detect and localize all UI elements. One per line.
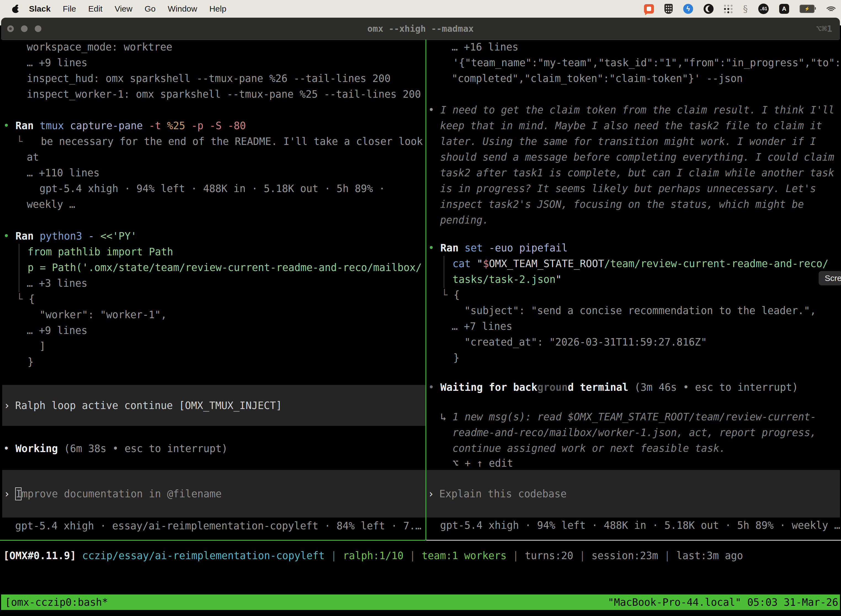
moon-circle-icon[interactable] [703,4,714,14]
left-input-placeholder: mprove documentation in @filename [22,488,221,500]
terminal-line: • I need to get the claim token from the… [428,102,834,118]
terminal-line: '{"team_name":"my-team","task_id":"1","f… [453,55,841,70]
tmux-host-clock: "MacBook-Pro-44.local" 05:03 31-Mar-26 [608,596,838,608]
terminal-line: tasks/task-2.json" [453,271,562,287]
blue-bolt-icon[interactable]: ϟ [683,4,693,14]
letter-a-icon[interactable]: A [779,4,789,14]
text-cursor: I [15,487,22,500]
tmux-session-label: [omx-cczip0:bash* [5,596,108,608]
menu-item-file[interactable]: File [63,4,76,13]
terminal-line: gpt-5.4 xhigh · 94% left · 488K in · 5.1… [440,518,840,533]
terminal-line: "completed","claim_token":"claim-token"}… [452,70,743,87]
terminal-line: gpt-5.4 xhigh · 94% left · 488K in · 5.1… [40,181,385,197]
window-title: omx --xhigh --madmax [1,18,840,40]
terminal-line: • Ran python3 - <<'PY' [3,228,136,244]
indent-guide [19,244,19,292]
dots-grid-icon[interactable] [724,5,733,13]
window-shortcut-badge: ⌥⌘1 [816,18,832,40]
terminal-line: } [453,350,459,366]
terminal-line: at [27,149,39,165]
squiggle-icon[interactable]: § [743,3,748,14]
window-titlebar[interactable]: omx --xhigh --madmax ⌥⌘1 [1,18,840,40]
terminal-line: later. Using the same for transition mig… [440,133,816,149]
terminal-line: gpt-5.4 xhigh · essay/ai-reimplementatio… [15,518,421,534]
menu-item-window[interactable]: Window [168,4,197,13]
terminal-line: … +16 lines [452,39,519,55]
terminal-line: "worker": "worker-1", [40,307,167,323]
terminal-line: cat "$OMX_TEAM_STATE_ROOT/team/review-cu… [453,256,828,271]
prompt-chevron: › [4,400,10,412]
terminal-line: … +110 lines [27,165,100,181]
right-input-placeholder: Explain this codebase [439,488,567,500]
terminal-line: … +7 lines [452,318,512,334]
terminal-line: … +9 lines [27,323,88,338]
indent-guide [444,256,444,288]
left-notice-band: › Ralph loop active continue [OMX_TMUX_I… [2,385,425,426]
terminal-line: └ be necessary for the end of the README… [16,133,423,149]
wifi-icon[interactable] [825,4,837,13]
tmux-status-bar: [omx-cczip0:bash* "MacBook-Pro-44.local"… [1,594,840,610]
chat-badge-icon[interactable] [644,4,654,13]
ralph-loop-status: Ralph loop active continue [OMX_TMUX_INJ… [15,400,282,412]
terminal-line: • Ran set -euo pipefail [428,240,568,256]
menu-item-help[interactable]: Help [210,4,227,13]
terminal-line: is in progress? It seems likely but perh… [440,181,816,197]
terminal-line: inspect task2's JSON, focusing on the st… [440,197,804,212]
terminal-line: • Ran tmux capture-pane -t %25 -p -S -80 [3,118,246,133]
terminal-line: continue assigned work or next feasible … [453,440,725,456]
left-prompt-input[interactable]: › I mprove documentation in @filename [2,470,425,518]
terminal-line: keep that in mind. Maybe I also need the… [440,118,822,133]
prompt-chevron: › [4,488,10,500]
left-pane-bottom-border [0,540,425,541]
screen-tooltip: Scre [819,271,841,285]
terminal-line: └ { [441,287,460,303]
terminal-line: from pathlib import Path [28,244,173,260]
terminal-line: workspace_mode: worktree [27,39,172,55]
terminal-line: inspect_worker-1: omx sparkshell --tmux-… [27,87,421,102]
terminal-line: … +3 lines [27,276,88,291]
terminal-line: task2 after task1 is complete, but can I… [440,165,834,181]
pane-divider[interactable] [425,40,426,540]
terminal-line: readme-and-reco/mailbox/worker-1.json, a… [453,425,816,440]
shield-keypad-icon[interactable] [664,4,673,14]
terminal-line: • Waiting for background terminal (3m 46… [428,380,798,395]
badge-61-icon[interactable]: ..61 [758,4,769,14]
menu-item-view[interactable]: View [114,4,132,13]
menubar: Slack File Edit View Go Window Help ϟ § … [0,0,841,18]
terminal-line: ] [40,338,45,354]
terminal-line: } [28,354,34,370]
terminal-line: [OMX#0.11.9] cczip/essay/ai-reimplementa… [3,548,743,563]
terminal-line: "subject": "send a concise recommendatio… [464,303,816,318]
terminal-line: should send a message before completing … [440,149,834,165]
prompt-chevron: › [428,488,434,500]
menu-item-edit[interactable]: Edit [88,4,103,13]
battery-charging-icon[interactable]: ⚡ [800,5,815,13]
terminal-line: inspect_hud: omx sparkshell --tmux-pane … [27,70,391,87]
terminal-line: … +9 lines [27,55,88,70]
terminal-line: weekly … [27,197,75,212]
menu-item-slack[interactable]: Slack [29,4,50,13]
right-prompt-input[interactable]: › Explain this codebase [426,470,840,518]
terminal-line: pending. [440,212,489,228]
terminal-line: "created_at": "2026-03-31T11:59:27.816Z" [464,334,707,350]
terminal-line: └ { [16,291,35,307]
right-pane-bottom-border [426,540,841,541]
apple-menu-icon[interactable] [12,5,19,13]
terminal-line: ↳ 1 new msg(s): read $OMX_TEAM_STATE_ROO… [440,409,816,425]
terminal-line: p = Path('.omx/state/team/review-current… [28,260,422,276]
terminal-line: • Working (6m 38s • esc to interrupt) [3,441,228,456]
terminal-line: ⌥ + ↑ edit [453,455,513,471]
menu-item-go[interactable]: Go [145,4,155,13]
